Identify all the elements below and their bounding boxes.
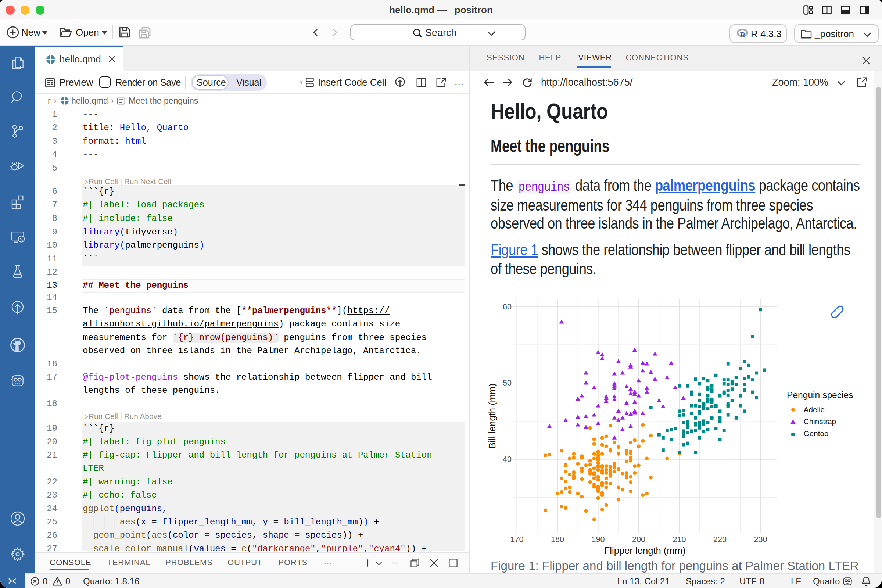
svg-text:Flipper length (mm): Flipper length (mm)	[604, 545, 686, 556]
svg-text:170: 170	[510, 535, 524, 544]
svg-text:Gentoo: Gentoo	[804, 429, 829, 438]
svg-text:200: 200	[632, 535, 645, 544]
svg-text:60: 60	[503, 302, 512, 311]
svg-text:Chinstrap: Chinstrap	[804, 417, 836, 426]
svg-text:50: 50	[503, 378, 512, 387]
svg-text:R: R	[740, 30, 746, 38]
svg-text:40: 40	[503, 454, 512, 464]
svg-text:190: 190	[592, 535, 605, 544]
svg-text:Penguin species: Penguin species	[787, 390, 853, 400]
svg-text:180: 180	[551, 535, 564, 544]
svg-text:230: 230	[754, 535, 767, 544]
svg-text:220: 220	[713, 535, 726, 544]
svg-text:Adelie: Adelie	[804, 405, 825, 414]
svg-text:210: 210	[673, 535, 686, 544]
svg-text:Bill length (mm): Bill length (mm)	[487, 383, 497, 449]
